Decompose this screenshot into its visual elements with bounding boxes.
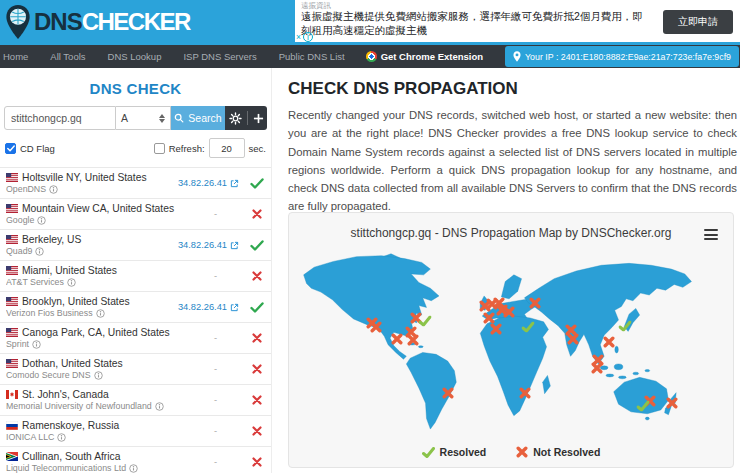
table-row: Cullinan, South Africa Liquid Telecommun… [0, 447, 271, 473]
map-marker-not-resolved[interactable] [603, 336, 615, 348]
map-marker-not-resolved[interactable] [591, 362, 603, 374]
country-flag-icon [6, 390, 18, 399]
ad-choices-icon[interactable]: i [303, 32, 313, 42]
map-marker-not-resolved[interactable] [490, 323, 502, 335]
resolved-ip-link[interactable]: - [214, 457, 217, 467]
resolved-ip-link[interactable]: 34.82.26.41 [178, 240, 239, 250]
server-location: Dothan, United States [22, 357, 123, 370]
server-location: Berkeley, US [22, 233, 81, 246]
server-location: Mountain View CA, United States [22, 202, 174, 215]
domain-input[interactable] [4, 106, 116, 130]
nav-item-public-dns-list[interactable]: Public DNS List [268, 51, 356, 62]
nav-item-dns-lookup[interactable]: DNS Lookup [97, 51, 173, 62]
refresh-checkbox[interactable] [154, 143, 165, 154]
world-map [295, 249, 727, 431]
resolved-ip-link[interactable]: - [214, 426, 217, 436]
info-icon[interactable] [94, 371, 103, 380]
map-title: stittchongcp.gq - DNS Propagation Map by… [289, 226, 733, 240]
info-icon[interactable] [67, 278, 76, 287]
map-marker-not-resolved[interactable] [567, 333, 579, 345]
map-marker-resolved[interactable] [522, 321, 535, 332]
top-header-bar: DNS CHECKER 遠振資訊 遠振虛擬主機提供免費網站搬家服務，選擇年繳可免… [0, 0, 740, 45]
advertisement-banner[interactable]: 遠振資訊 遠振虛擬主機提供免費網站搬家服務，選擇年繳可免費折抵2個月費用，即刻租… [295, 0, 740, 42]
resolved-ip-link[interactable]: - [214, 395, 217, 405]
map-marker-resolved[interactable] [418, 315, 431, 326]
map-marker-not-resolved[interactable] [529, 297, 541, 309]
server-location: Miami, United States [22, 264, 117, 277]
country-flag-icon [6, 235, 18, 244]
info-icon[interactable] [129, 464, 138, 473]
status-icon [247, 271, 267, 281]
server-location: St. John's, Canada [22, 388, 109, 401]
status-icon [247, 364, 267, 374]
info-icon[interactable] [96, 309, 105, 318]
table-row: Dothan, United States Comodo Secure DNS … [0, 354, 271, 385]
server-location: Holtsville NY, United States [22, 171, 147, 184]
search-button-label: Search [188, 112, 221, 124]
dnschecker-logo[interactable]: DNS CHECKER [5, 4, 190, 40]
ad-close-icon[interactable]: × [296, 33, 301, 42]
info-icon[interactable] [37, 216, 46, 225]
record-type-select[interactable]: A [116, 106, 171, 130]
select-arrows-icon [159, 114, 165, 123]
external-link-icon[interactable] [230, 241, 239, 250]
external-link-icon[interactable] [230, 179, 239, 188]
map-marker-resolved[interactable] [619, 320, 632, 331]
resolved-ip-link[interactable]: - [214, 209, 217, 219]
map-marker-not-resolved[interactable] [503, 306, 515, 318]
nav-item-all-tools[interactable]: All Tools [39, 51, 96, 62]
resolved-ip-link[interactable]: - [214, 333, 217, 343]
map-marker-not-resolved[interactable] [519, 387, 531, 399]
server-provider: Liquid Telecommunications Ltd [6, 463, 126, 473]
resolved-ip-link[interactable]: 34.82.26.41 [178, 178, 239, 188]
info-icon[interactable] [155, 402, 164, 411]
nav-item-isp-dns-servers[interactable]: ISP DNS Servers [172, 51, 267, 62]
page-description: Recently changed your DNS records, switc… [288, 106, 737, 216]
country-flag-icon [6, 297, 18, 306]
map-menu-icon[interactable] [702, 227, 720, 242]
nav-item-home[interactable]: Home [0, 51, 39, 62]
get-chrome-extension-link[interactable]: Get Chrome Extension [356, 51, 493, 62]
server-list: Holtsville NY, United States OpenDNS 34.… [0, 167, 271, 473]
server-provider: Comodo Secure DNS [6, 370, 91, 381]
dns-check-panel: DNS CHECK A Search [0, 68, 272, 473]
ad-cta-button[interactable]: 立即申請 [663, 10, 733, 34]
info-icon[interactable] [49, 185, 58, 194]
search-tools-segment [225, 106, 267, 130]
refresh-interval-input[interactable] [209, 138, 245, 158]
info-icon[interactable] [35, 247, 44, 256]
info-icon[interactable] [32, 340, 41, 349]
your-ip-value: Your IP : 2401:E180:8882:E9ae:21a7:723e:… [525, 52, 731, 62]
legend-resolved-label: Resolved [440, 446, 487, 458]
map-marker-not-resolved[interactable] [391, 333, 403, 345]
map-marker-not-resolved[interactable] [370, 321, 382, 333]
dns-check-title: DNS CHECK [0, 80, 271, 97]
chrome-icon [366, 51, 377, 62]
status-icon [247, 178, 267, 189]
table-row: Brooklyn, United States Verizon Fios Bus… [0, 292, 271, 323]
location-pin-icon [513, 51, 521, 62]
resolved-ip-link[interactable]: - [214, 364, 217, 374]
status-icon [247, 209, 267, 219]
search-bar: A Search [4, 106, 267, 130]
your-ip-button[interactable]: Your IP : 2401:E180:8882:E9ae:21a7:723e:… [505, 46, 739, 67]
map-marker-not-resolved[interactable] [407, 334, 419, 346]
main-navigation: Home All Tools DNS Lookup ISP DNS Server… [0, 45, 740, 68]
server-location: Brooklyn, United States [22, 295, 130, 308]
location-pin-icon [5, 4, 31, 40]
map-marker-resolved[interactable] [637, 401, 650, 412]
map-marker-not-resolved[interactable] [666, 397, 678, 409]
resolved-ip-link[interactable]: - [214, 271, 217, 281]
table-row: Holtsville NY, United States OpenDNS 34.… [0, 168, 271, 199]
info-icon[interactable] [57, 433, 66, 442]
external-link-icon[interactable] [230, 303, 239, 312]
server-location: Canoga Park, CA, United States [22, 326, 170, 339]
search-icon [174, 113, 184, 123]
gear-icon[interactable] [229, 112, 242, 125]
search-button[interactable]: Search [171, 106, 225, 130]
map-marker-not-resolved[interactable] [442, 387, 454, 399]
cd-flag-checkbox[interactable] [5, 143, 16, 154]
resolved-ip-link[interactable]: 34.82.26.41 [178, 302, 239, 312]
add-icon[interactable] [253, 113, 264, 124]
divider [247, 111, 248, 125]
